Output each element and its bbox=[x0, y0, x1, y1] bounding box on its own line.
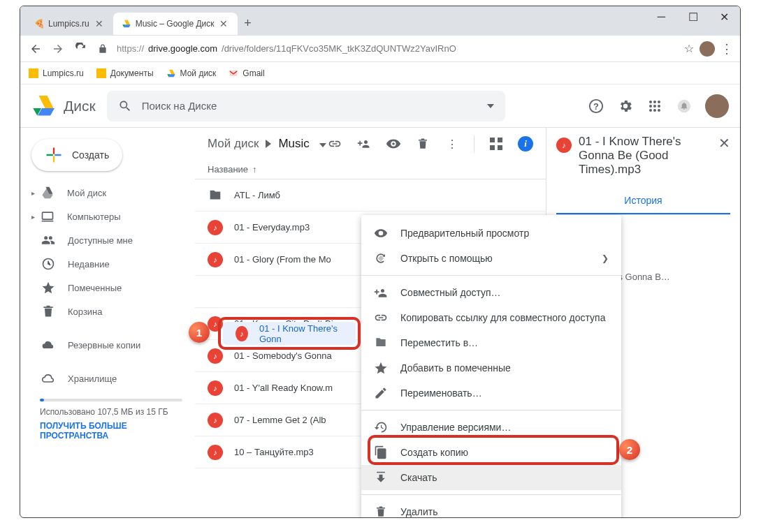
menu-icon[interactable]: ⋮ bbox=[720, 41, 733, 57]
sidebar-item-mydrive[interactable]: Мой диск bbox=[27, 181, 195, 205]
ctx-share[interactable]: Совместный доступ… bbox=[361, 280, 621, 305]
person-add-icon bbox=[374, 286, 388, 300]
favicon-lumpics: 🍕 bbox=[34, 19, 44, 29]
browser-tab-active[interactable]: Music – Google Диск ✕ bbox=[113, 13, 238, 35]
svg-rect-17 bbox=[498, 145, 502, 150]
close-icon[interactable]: ✕ bbox=[718, 135, 730, 152]
ctx-star[interactable]: Добавить в помеченные bbox=[361, 355, 621, 380]
sidebar-item-storage[interactable]: Хранилище bbox=[27, 367, 195, 390]
sidebar-item-backups[interactable]: Резервные копии bbox=[27, 333, 195, 357]
link-icon bbox=[374, 311, 388, 325]
new-tab-button[interactable]: + bbox=[238, 13, 257, 33]
window-minimize[interactable]: ─ bbox=[646, 6, 677, 27]
link-icon[interactable] bbox=[327, 136, 342, 152]
search-input[interactable]: Поиск на Диске bbox=[107, 91, 505, 121]
open-icon bbox=[374, 251, 388, 265]
ctx-open-with[interactable]: Открыть с помощью❯ bbox=[361, 246, 621, 271]
svg-point-6 bbox=[653, 105, 656, 108]
breadcrumb-current[interactable]: Music bbox=[278, 137, 309, 151]
audio-icon: ♪ bbox=[208, 348, 223, 364]
audio-icon: ♪ bbox=[208, 252, 223, 267]
gmail-icon bbox=[229, 68, 238, 78]
profile-avatar[interactable] bbox=[700, 41, 715, 57]
sidebar-item-computers[interactable]: Компьютеры bbox=[27, 205, 195, 228]
grid-view-icon[interactable] bbox=[488, 136, 504, 152]
audio-icon: ♪ bbox=[208, 316, 223, 332]
file-row-folder[interactable]: ATL - Лимб bbox=[195, 179, 546, 212]
url-input[interactable]: https://drive.google.com/drive/folders/1… bbox=[117, 43, 679, 54]
audio-icon: ♪ bbox=[556, 138, 572, 153]
trash-icon bbox=[374, 505, 388, 518]
breadcrumb-root[interactable]: Мой диск bbox=[208, 137, 259, 151]
more-icon[interactable]: ⋮ bbox=[444, 136, 460, 152]
account-avatar[interactable] bbox=[705, 94, 729, 118]
ctx-copy-link[interactable]: Копировать ссылку для совместного доступ… bbox=[361, 305, 621, 330]
help-icon[interactable]: ? bbox=[588, 98, 604, 114]
bookmark-item[interactable]: Мой диск bbox=[166, 68, 217, 78]
reload-button[interactable] bbox=[72, 40, 89, 57]
bookmark-item[interactable]: Gmail bbox=[229, 68, 264, 78]
bookmark-item[interactable]: Документы bbox=[96, 68, 154, 78]
eye-icon[interactable] bbox=[386, 136, 401, 152]
window-maximize[interactable]: ☐ bbox=[677, 6, 709, 27]
close-icon[interactable]: ✕ bbox=[218, 17, 229, 31]
sidebar-item-trash[interactable]: Корзина bbox=[27, 300, 195, 323]
search-icon bbox=[118, 99, 132, 113]
cloud-outline-icon bbox=[41, 371, 55, 385]
column-header[interactable]: Название ↑ bbox=[195, 160, 546, 179]
ctx-preview[interactable]: Предварительный просмотр bbox=[361, 221, 621, 246]
details-title: 01 - I Know There's Gonna Be (Good Times… bbox=[579, 135, 711, 177]
sidebar-item-shared[interactable]: Доступные мне bbox=[27, 228, 195, 252]
toolbar: Мой диск Music ⋮ i bbox=[195, 128, 546, 160]
sidebar: Создать Мой диск Компьютеры Доступные мн… bbox=[20, 84, 195, 517]
ctx-move[interactable]: Переместить в… bbox=[361, 330, 621, 355]
ctx-rename[interactable]: Переименовать… bbox=[361, 380, 621, 406]
apps-icon[interactable] bbox=[646, 98, 663, 114]
copy-icon bbox=[374, 445, 388, 459]
info-icon[interactable]: i bbox=[518, 136, 533, 152]
trash-icon[interactable] bbox=[415, 136, 430, 152]
forward-button bbox=[50, 40, 66, 57]
dropdown-icon[interactable] bbox=[319, 137, 326, 151]
folder-move-icon bbox=[374, 336, 388, 350]
window-close[interactable]: ✕ bbox=[709, 6, 740, 27]
browser-tab[interactable]: 🍕 Lumpics.ru ✕ bbox=[26, 13, 113, 35]
app-name: Диск bbox=[64, 98, 96, 114]
audio-icon: ♪ bbox=[208, 380, 223, 396]
bookmark-star-icon[interactable]: ☆ bbox=[684, 42, 694, 55]
folder-icon bbox=[208, 188, 223, 203]
star-icon bbox=[41, 281, 55, 295]
tab-history[interactable]: История bbox=[556, 188, 730, 214]
ctx-versions[interactable]: Управление версиями… bbox=[361, 415, 621, 440]
ctx-download[interactable]: Скачать bbox=[361, 465, 621, 490]
back-button[interactable] bbox=[27, 40, 44, 57]
bookmark-item[interactable]: Lumpics.ru bbox=[29, 68, 84, 78]
sidebar-item-starred[interactable]: Помеченные bbox=[27, 276, 195, 300]
address-bar: https://drive.google.com/drive/folders/1… bbox=[20, 36, 740, 62]
tab-title: Lumpics.ru bbox=[48, 19, 89, 29]
browser-titlebar: 🍕 Lumpics.ru ✕ Music – Google Диск ✕ + ─… bbox=[20, 6, 740, 36]
ctx-delete[interactable]: Удалить bbox=[361, 499, 621, 518]
drive-logo[interactable]: Диск bbox=[31, 94, 96, 119]
storage-upgrade-link[interactable]: ПОЛУЧИТЬ БОЛЬШЕ ПРОСТРАНСТВА bbox=[40, 421, 182, 441]
context-menu: Предварительный просмотр Открыть с помощ… bbox=[361, 215, 621, 518]
people-icon bbox=[41, 233, 55, 247]
share-icon[interactable] bbox=[356, 136, 372, 152]
ctx-copy[interactable]: Создать копию bbox=[361, 440, 621, 465]
lock-icon[interactable] bbox=[94, 40, 111, 57]
gear-icon[interactable] bbox=[617, 98, 634, 114]
svg-text:?: ? bbox=[593, 101, 599, 111]
cloud-icon bbox=[41, 338, 55, 352]
clock-icon bbox=[41, 257, 55, 271]
notifications-icon[interactable] bbox=[676, 98, 693, 114]
storage-used: Использовано 107,5 МБ из 15 ГБ bbox=[40, 407, 182, 417]
dropdown-icon[interactable] bbox=[487, 104, 494, 108]
annotation-marker-2: 2 bbox=[619, 439, 640, 460]
sidebar-item-recent[interactable]: Недавние bbox=[27, 252, 195, 276]
eye-icon bbox=[374, 226, 388, 240]
svg-point-9 bbox=[653, 109, 656, 112]
svg-point-10 bbox=[658, 109, 660, 112]
rename-icon bbox=[374, 386, 388, 400]
create-button[interactable]: Создать bbox=[31, 139, 122, 171]
close-icon[interactable]: ✕ bbox=[94, 17, 105, 31]
